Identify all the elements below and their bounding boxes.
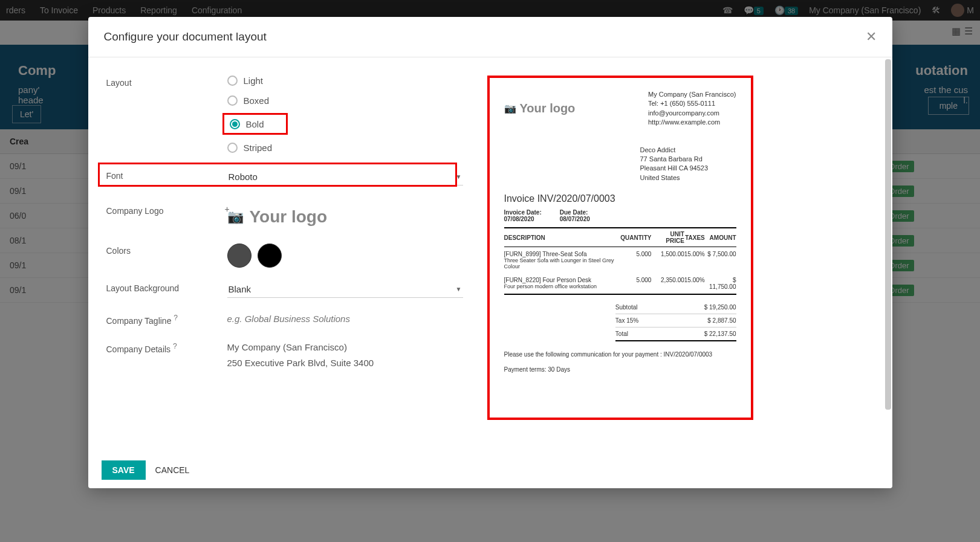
invoice-totals: Subtotal$ 19,250.00 Tax 15%$ 2,887.50 To… — [615, 301, 736, 341]
camera-icon: 📷 — [227, 209, 244, 225]
document-layout-modal: Configure your document layout ✕ Layout … — [88, 17, 892, 488]
invoice-line: [FURN_8999] Three-Seat SofaThree Seater … — [504, 247, 736, 274]
payment-terms: Payment terms: 30 Days — [504, 366, 736, 373]
invoice-line: [FURN_8220] Four Person DeskFour person … — [504, 273, 736, 294]
modal-overlay: Configure your document layout ✕ Layout … — [0, 0, 980, 542]
preview-column: 📷 Your logo My Company (San Francisco) T… — [487, 76, 874, 452]
radio-striped[interactable]: Striped — [227, 143, 463, 153]
company-details-text[interactable]: My Company (San Francisco) 250 Executive… — [227, 340, 463, 370]
label-logo: Company Logo — [106, 204, 227, 216]
label-background: Layout Background — [106, 281, 227, 293]
invoice-lines-table: DESCRIPTION QUANTITY UNIT PRICE TAXES AM… — [504, 227, 736, 295]
label-font: Font — [106, 169, 227, 181]
label-layout: Layout — [106, 76, 227, 88]
company-info: My Company (San Francisco) Tel: +1 (650)… — [648, 90, 736, 127]
payment-note: Please use the following communication f… — [504, 351, 736, 358]
label-details: Company Details ? — [106, 340, 227, 354]
invoice-preview: 📷 Your logo My Company (San Francisco) T… — [487, 76, 753, 420]
logo-upload[interactable]: 📷 Your logo — [227, 204, 463, 230]
cancel-button[interactable]: CANCEL — [155, 460, 190, 480]
help-icon[interactable]: ? — [174, 314, 178, 322]
scrollbar[interactable] — [885, 59, 891, 434]
customer-info: Deco Addict 77 Santa Barbara Rd Pleasant… — [640, 146, 736, 183]
save-button[interactable]: SAVE — [102, 460, 146, 480]
color-swatch-1[interactable] — [227, 244, 251, 268]
background-dropdown[interactable]: Blank ▼ — [227, 281, 463, 298]
radio-bold[interactable]: Bold — [227, 115, 463, 133]
camera-icon: 📷 — [504, 103, 516, 114]
modal-footer: SAVE CANCEL — [88, 452, 892, 488]
tagline-input[interactable] — [227, 311, 463, 326]
modal-header: Configure your document layout ✕ — [88, 17, 892, 57]
form-column: Layout Light Boxed Bold Striped Font — [106, 76, 463, 452]
chevron-down-icon: ▼ — [456, 286, 462, 292]
modal-title: Configure your document layout — [104, 30, 267, 44]
invoice-title: Invoice INV/2020/07/0003 — [504, 193, 736, 204]
label-colors: Colors — [106, 244, 227, 256]
label-tagline: Company Tagline ? — [106, 311, 227, 326]
preview-logo: 📷 Your logo — [504, 90, 576, 127]
radio-light[interactable]: Light — [227, 76, 463, 86]
help-icon[interactable]: ? — [173, 342, 177, 350]
chevron-down-icon: ▼ — [456, 173, 462, 180]
invoice-dates: Invoice Date:07/08/2020 Due Date:08/07/2… — [504, 209, 736, 222]
color-swatch-2[interactable] — [258, 244, 282, 268]
radio-boxed[interactable]: Boxed — [227, 95, 463, 106]
close-icon[interactable]: ✕ — [866, 29, 877, 45]
scrollbar-thumb[interactable] — [885, 59, 891, 410]
modal-body: Layout Light Boxed Bold Striped Font — [88, 57, 892, 452]
font-dropdown[interactable]: Roboto ▼ — [227, 169, 463, 186]
